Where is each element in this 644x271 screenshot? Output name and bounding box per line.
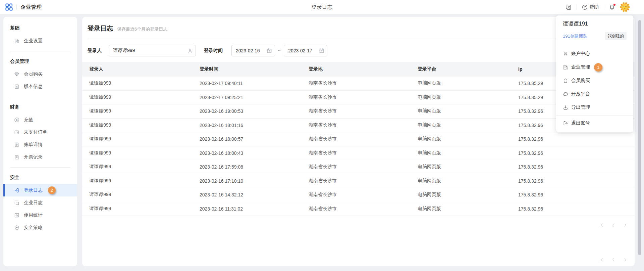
user-menu-item[interactable]: 导出管理 <box>556 101 633 114</box>
table-cell: 谭谭谭999 <box>82 80 193 86</box>
column-header: 登录时间 <box>193 66 302 72</box>
sidebar-item[interactable]: 充值 <box>3 114 77 126</box>
sidebar-item-label: 登录日志 <box>24 187 43 193</box>
divider <box>10 167 70 168</box>
user-avatar[interactable] <box>620 2 630 12</box>
pagination-next-button[interactable] <box>623 257 628 262</box>
table-row: 谭谭谭9992023-02-16 14:32:12湖南省长沙市电脑网页版175.… <box>82 188 635 202</box>
sidebar-item[interactable]: 账单详情 <box>3 138 77 151</box>
date-range-separator: ~ <box>278 48 281 53</box>
menu-count-badge: 1 <box>594 63 602 72</box>
table-cell: 谭谭谭999 <box>82 206 193 212</box>
table-cell: 175.8.32.96 <box>511 192 635 197</box>
table-cell: 湖南省长沙市 <box>302 94 411 100</box>
divider <box>16 4 17 10</box>
notifications-button[interactable] <box>609 4 615 10</box>
main-panel: 登录日志 保存最近6个月的登录日志 登录人 登录时间 7 ~ 7 登录人登录时间… <box>82 17 635 266</box>
user-search-icon <box>187 48 193 53</box>
table-cell: 湖南省长沙市 <box>302 164 411 170</box>
divider <box>10 97 70 97</box>
svg-text:7: 7 <box>321 50 322 52</box>
table-cell: 电脑网页版 <box>411 206 511 212</box>
pagination-first-button[interactable] <box>599 223 604 228</box>
contact-book-icon[interactable] <box>566 4 572 10</box>
sidebar-item-label: 使用统计 <box>24 212 43 218</box>
table-cell: 谭谭谭999 <box>82 122 193 128</box>
help-icon <box>582 4 588 10</box>
table-cell: 湖南省长沙市 <box>302 122 411 128</box>
login-user-input[interactable] <box>109 45 196 56</box>
section-title: 登录日志 <box>88 24 113 33</box>
help-button[interactable]: 帮助 <box>582 4 599 10</box>
sidebar-section-header: 财务 <box>3 101 77 114</box>
pagination-next-button[interactable] <box>623 223 628 228</box>
sidebar-section-header: 基础 <box>3 22 77 35</box>
table-cell: 谭谭谭999 <box>82 192 193 198</box>
table-cell: 2023-02-16 18:00:57 <box>193 136 302 142</box>
sidebar-item[interactable]: 未支付订单 <box>3 126 77 138</box>
user-menu-item[interactable]: 企业管理1 <box>556 60 633 74</box>
svg-text:7: 7 <box>269 50 270 52</box>
sidebar-item-label: 账单详情 <box>24 142 43 148</box>
table-cell: 电脑网页版 <box>411 94 511 100</box>
user-menu-item[interactable]: 开放平台 <box>556 87 633 101</box>
table-cell: 2023-02-16 14:32:12 <box>193 192 302 197</box>
login-log-table: 登录人登录时间登录地登录平台ip 谭谭谭9992023-02-17 09:40:… <box>82 62 635 216</box>
table-cell: 谭谭谭999 <box>82 108 193 114</box>
sidebar-item[interactable]: 会员购买 <box>3 68 77 80</box>
user-menu-item[interactable]: 会员购买 <box>556 74 633 87</box>
scrollbar-thumb[interactable] <box>638 20 641 255</box>
sidebar-item[interactable]: 登录日志2 <box>3 184 77 196</box>
top-bar: 企业管理 登录日志 帮助 <box>0 0 644 14</box>
table-cell: 谭谭谭999 <box>82 94 193 100</box>
user-menu-item[interactable]: 退出账号 <box>556 117 633 130</box>
table-cell: 2023-02-16 17:10:10 <box>193 178 302 184</box>
download-icon <box>563 105 568 110</box>
divider <box>556 46 633 46</box>
table-cell: 湖南省长沙市 <box>302 80 411 86</box>
team-link[interactable]: 191创建团队 <box>563 33 588 39</box>
table-cell: 2023-02-16 18:01:16 <box>193 123 302 128</box>
divider <box>577 4 577 10</box>
sidebar-item[interactable]: 企业日志 <box>3 196 77 209</box>
sidebar-item[interactable]: 使用统计 <box>3 209 77 221</box>
sidebar-item[interactable]: 版本信息 <box>3 80 77 93</box>
table-row: 谭谭谭9992023-02-17 09:25:21湖南省长沙市电脑网页版175.… <box>82 91 635 105</box>
sidebar-section-header: 安全 <box>3 172 77 184</box>
table-cell: 湖南省长沙市 <box>302 136 411 142</box>
sidebar-item[interactable]: 安全策略 <box>3 221 77 234</box>
table-cell: 湖南省长沙市 <box>302 192 411 198</box>
sidebar-item-label: 开票记录 <box>24 154 43 160</box>
app-title: 企业管理 <box>20 4 42 10</box>
sidebar-item[interactable]: 开票记录 <box>3 151 77 163</box>
table-cell: 2023-02-17 09:40:11 <box>193 81 302 86</box>
table-cell: 电脑网页版 <box>411 192 511 198</box>
table-cell: 2023-02-16 18:00:43 <box>193 150 302 156</box>
sidebar-item-label: 企业日志 <box>24 200 43 206</box>
sidebar-item[interactable]: 企业设置 <box>3 35 77 47</box>
user-menu-dropdown: 谭谭谭191 191创建团队 我创建的 账户中心企业管理1会员购买开放平台导出管… <box>556 15 633 132</box>
building-icon <box>563 64 568 70</box>
user-menu-item[interactable]: 账户中心 <box>556 47 633 60</box>
app-grid-logo-icon[interactable] <box>5 3 13 11</box>
user-menu-item-label: 退出账号 <box>571 120 590 126</box>
pagination-prev-button[interactable] <box>611 223 616 228</box>
notification-dot <box>613 4 615 6</box>
table-row: 谭谭谭9992023-02-16 17:10:10湖南省长沙市电脑网页版175.… <box>82 174 635 188</box>
content-area: 基础企业设置会员管理会员购买版本信息财务充值未支付订单账单详情开票记录安全登录日… <box>0 14 644 271</box>
table-cell: 175.8.32.96 <box>511 206 635 212</box>
yuan-circle-icon <box>14 117 19 123</box>
table-cell: 电脑网页版 <box>411 80 511 86</box>
table-cell: 谭谭谭999 <box>82 150 193 156</box>
pagination-prev-button[interactable] <box>611 257 616 262</box>
sidebar-item-label: 充值 <box>24 117 33 123</box>
pagination <box>82 216 635 228</box>
table-cell: 谭谭谭999 <box>82 164 193 170</box>
calendar-icon: 7 <box>267 48 272 53</box>
table-cell: 湖南省长沙市 <box>302 108 411 114</box>
item-count-badge: 2 <box>48 186 56 194</box>
building-icon <box>14 38 19 44</box>
divider <box>604 4 604 10</box>
pagination-first-button[interactable] <box>599 257 604 262</box>
table-row: 谭谭谭9992023-02-17 09:40:11湖南省长沙市电脑网页版175.… <box>82 77 635 91</box>
